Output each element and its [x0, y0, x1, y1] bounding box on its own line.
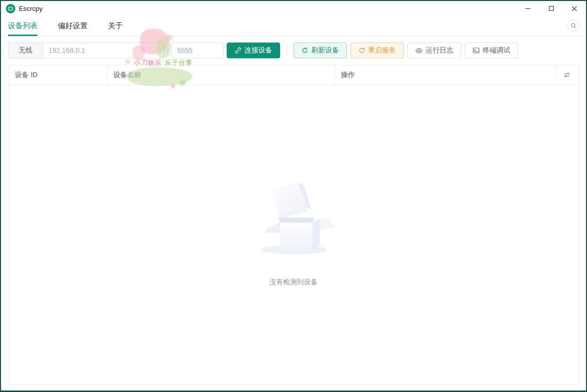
- column-settings-icon: [563, 71, 571, 79]
- restart-icon: [358, 47, 365, 54]
- refresh-devices-button[interactable]: 刷新设备: [294, 43, 347, 58]
- wireless-label: 无线: [8, 43, 43, 58]
- empty-text: 没有检测到设备: [269, 278, 318, 287]
- window-title: Escrcpy: [19, 5, 43, 12]
- table-header: 设备 ID 设备名称 操作: [8, 65, 579, 85]
- terminal-icon: [473, 47, 480, 54]
- minimize-button[interactable]: [516, 1, 539, 16]
- column-header-device-id: 设备 ID: [8, 65, 107, 85]
- link-icon: [235, 47, 242, 54]
- connect-device-label: 连接设备: [245, 46, 272, 55]
- terminal-debug-button[interactable]: 终端调试: [465, 43, 518, 58]
- column-settings-button[interactable]: [555, 65, 579, 85]
- tab-label: 设备列表: [8, 21, 38, 31]
- search-button[interactable]: [567, 19, 580, 32]
- tab-preferences[interactable]: 偏好设置: [58, 16, 88, 36]
- watermark-splash-pink: [125, 59, 130, 64]
- port-input[interactable]: [171, 43, 223, 58]
- search-icon: [571, 23, 577, 29]
- wireless-address-group: 无线: [8, 43, 164, 58]
- refresh-devices-label: 刷新设备: [311, 46, 339, 55]
- run-logs-label: 运行日志: [426, 46, 453, 55]
- empty-box-illustration: [251, 179, 336, 257]
- eye-icon: [415, 47, 423, 54]
- device-table: 设备 ID 设备名称 操作: [8, 65, 579, 385]
- ip-address-input[interactable]: [43, 43, 164, 58]
- tabbar: 设备列表 偏好设置 关于: [1, 16, 586, 36]
- table-body: 没有检测到设备: [8, 85, 579, 385]
- terminal-debug-label: 终端调试: [483, 46, 510, 55]
- maximize-button[interactable]: [539, 1, 563, 16]
- run-logs-button[interactable]: 运行日志: [407, 43, 461, 58]
- titlebar: Escrcpy: [1, 1, 586, 16]
- column-header-actions: 操作: [335, 65, 555, 85]
- empty-state: 没有检测到设备: [251, 179, 336, 287]
- window-controls: [516, 1, 586, 16]
- column-header-device-name: 设备名称: [107, 65, 335, 85]
- restart-service-button[interactable]: 重启服务: [350, 43, 404, 58]
- tab-label: 偏好设置: [58, 21, 88, 31]
- tab-label: 关于: [108, 21, 123, 31]
- tab-about[interactable]: 关于: [108, 16, 123, 36]
- address-port-separator: :: [167, 46, 169, 54]
- refresh-icon: [301, 47, 308, 54]
- toolbar-divider: [287, 45, 287, 55]
- connect-device-button[interactable]: 连接设备: [227, 43, 280, 58]
- tab-device-list[interactable]: 设备列表: [8, 16, 38, 36]
- app-window: Escrcpy 设备列表 偏好设置 关于 无线: [0, 0, 587, 392]
- close-button[interactable]: [563, 1, 586, 16]
- restart-service-label: 重启服务: [368, 46, 396, 55]
- toolbar: 无线 : 连接设备 刷新设备 重启服务: [1, 36, 586, 58]
- app-logo-icon: [6, 4, 15, 13]
